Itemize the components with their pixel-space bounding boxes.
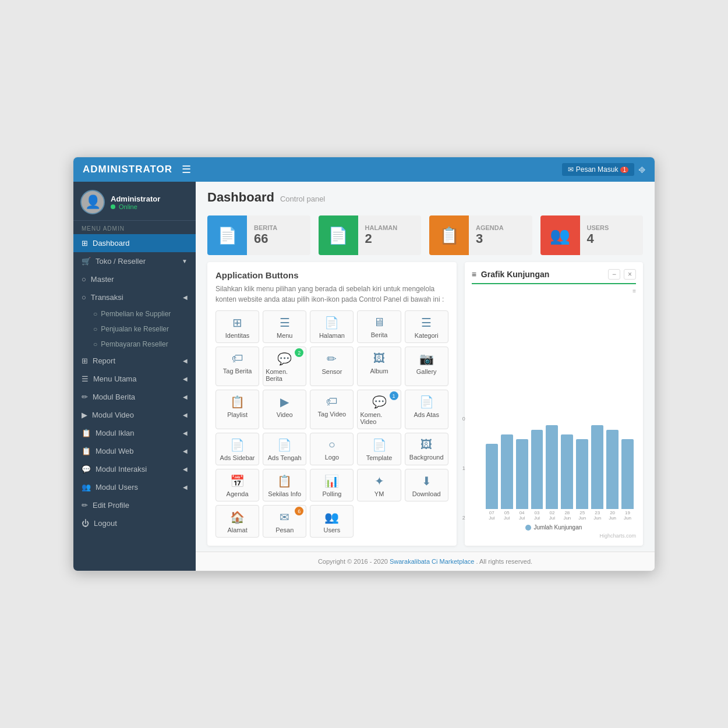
logo-icon: ○ — [328, 438, 335, 451]
app-btn-tag-video[interactable]: 🏷 Tag Video — [310, 390, 354, 429]
halaman-icon: 📄 — [319, 215, 358, 255]
polling-icon: 📊 — [324, 474, 339, 488]
grafik-minimize-button[interactable]: − — [608, 269, 620, 280]
sidebar-item-edit-profile[interactable]: ✏ Edit Profile — [73, 496, 196, 514]
users-icon: 👥 — [540, 215, 580, 255]
chart-bars — [483, 416, 636, 509]
hamburger-icon[interactable]: ☰ — [182, 163, 191, 176]
app-btn-komen-video[interactable]: 1 💬 Komen. Video — [357, 390, 401, 429]
users-btn-icon: 👥 — [324, 510, 339, 524]
sidebar-item-master[interactable]: ○ Master — [73, 270, 196, 288]
gallery-label: Gallery — [416, 368, 437, 375]
sidebar-item-modul-iklan[interactable]: 📋 Modul Iklan ◀ — [73, 424, 196, 442]
sidebar-item-modul-berita[interactable]: ✏ Modul Berita ◀ — [73, 388, 196, 406]
chevron-icon-transaksi: ◀ — [183, 294, 188, 301]
berita-label: BERITA — [254, 224, 277, 231]
stat-card-halaman[interactable]: 📄 HALAMAN 2 — [319, 215, 422, 255]
app-btn-alamat[interactable]: 🏠 Alamat — [215, 505, 259, 538]
users-btn-label: Users — [324, 526, 341, 533]
app-btn-ym[interactable]: ✦ YM — [357, 469, 401, 501]
sidebar: 👤 Administrator Online MENU ADMIN ⊞ Dash… — [73, 182, 196, 571]
sidebar-item-dashboard[interactable]: ⊞ Dashboard — [73, 234, 196, 252]
sidebar-item-modul-users[interactable]: 👥 Modul Users ◀ — [73, 478, 196, 496]
chevron-down-icon: ▼ — [182, 258, 188, 264]
sidebar-item-logout[interactable]: ⏻ Logout — [73, 514, 196, 532]
company-link[interactable]: Swarakalibata Ci Marketplace — [390, 558, 475, 565]
stat-card-users[interactable]: 👥 USERS 4 — [540, 215, 644, 255]
chart-bar — [486, 444, 498, 509]
app-btn-album[interactable]: 🖼 Album — [357, 347, 401, 386]
x-label: 07 Jul — [486, 510, 498, 521]
app-btn-tag-berita[interactable]: 🏷 Tag Berita — [215, 347, 259, 386]
app-btn-download[interactable]: ⬇ Download — [405, 469, 448, 501]
sidebar-item-modul-video[interactable]: ▶ Modul Video ◀ — [73, 406, 196, 424]
app-btn-template[interactable]: 📄 Template — [357, 433, 401, 465]
app-btn-ads-sidebar[interactable]: 📄 Ads Sidebar — [215, 433, 259, 465]
sidebar-sub-pembelian[interactable]: ○ Pembelian ke Supplier — [73, 306, 196, 321]
berita-icon: 📄 — [207, 215, 247, 255]
pesan-masuk-button[interactable]: ✉ Pesan Masuk 1 — [562, 163, 634, 176]
content: Dashboard Control panel 📄 BERITA 66 📄 HA… — [196, 182, 655, 571]
logout-top-icon[interactable]: ⎆ — [639, 164, 645, 176]
app-btn-ads-atas[interactable]: 📄 Ads Atas — [405, 390, 448, 429]
app-btn-kategori[interactable]: ☰ Kategori — [405, 310, 448, 343]
app-btn-pesan[interactable]: 6 ✉ Pesan — [263, 505, 306, 538]
agenda-icon: 📋 — [429, 215, 469, 255]
app-btn-ads-tengah[interactable]: 📄 Ads Tengah — [263, 433, 306, 465]
sidebar-sub-penjualan[interactable]: ○ Penjualan ke Reseller — [73, 321, 196, 337]
chevron-icon-users: ◀ — [183, 484, 188, 490]
pesan-btn-label: Pesan — [275, 526, 294, 533]
app-btn-agenda[interactable]: 📅 Agenda — [215, 469, 259, 501]
sidebar-item-transaksi[interactable]: ○ Transaksi ◀ — [73, 288, 196, 306]
chevron-icon-iklan: ◀ — [183, 430, 188, 436]
app-btn-logo[interactable]: ○ Logo — [310, 433, 354, 465]
sidebar-item-menu-utama[interactable]: ☰ Menu Utama ◀ — [73, 370, 196, 388]
users-info: USERS 4 — [580, 220, 616, 251]
y-label-1: 1 — [462, 465, 465, 471]
sidebar-item-modul-interaksi[interactable]: 💬 Modul Interaksi ◀ — [73, 460, 196, 478]
x-label: 23 Jun — [591, 510, 603, 521]
sekilas-info-icon: 📋 — [277, 474, 292, 488]
ads-atas-label: Ads Atas — [414, 411, 439, 418]
app-btn-berita[interactable]: 🖥 Berita — [357, 310, 401, 343]
app-btn-users[interactable]: 👥 Users — [310, 505, 354, 538]
app-btn-playlist[interactable]: 📋 Playlist — [215, 390, 259, 429]
legend-dot — [525, 525, 531, 531]
browser-window: ADMINISTRATOR ☰ ✉ Pesan Masuk 1 ⎆ 👤 Admi… — [73, 157, 655, 571]
stat-card-agenda[interactable]: 📋 AGENDA 3 — [429, 215, 532, 255]
app-btn-polling[interactable]: 📊 Polling — [310, 469, 354, 501]
app-btn-identitas[interactable]: ⊞ Identitas — [215, 310, 259, 343]
app-btn-background[interactable]: 🖼 Background — [405, 433, 448, 465]
stat-card-berita[interactable]: 📄 BERITA 66 — [207, 215, 310, 255]
app-btn-menu[interactable]: ☰ Menu — [263, 310, 306, 343]
sidebar-item-report[interactable]: ⊞ Report ◀ — [73, 352, 196, 370]
sidebar-item-toko-reseller[interactable]: 🛒 Toko / Reseller ▼ — [73, 252, 196, 270]
grafik-close-button[interactable]: × — [624, 269, 636, 280]
sidebar-item-modul-web[interactable]: 📋 Modul Web ◀ — [73, 442, 196, 460]
app-btn-sensor[interactable]: ✏ Sensor — [310, 347, 354, 386]
modul-users-left: 👥 Modul Users — [82, 483, 138, 492]
y-label-0: 0 — [462, 416, 465, 422]
tag-berita-label: Tag Berita — [223, 367, 252, 374]
app-btn-sekilas-info[interactable]: 📋 Sekilas Info — [263, 469, 306, 501]
menu-icon: ☰ — [280, 316, 290, 330]
app-btn-komen-berita[interactable]: 2 💬 Komen. Berita — [263, 347, 306, 386]
tag-berita-icon: 🏷 — [232, 352, 243, 365]
app-btn-gallery[interactable]: 📷 Gallery — [405, 347, 448, 386]
toko-reseller-left: 🛒 Toko / Reseller — [82, 257, 146, 266]
gallery-icon: 📷 — [419, 352, 434, 366]
x-label: 03 Jul — [531, 510, 543, 521]
logout-icon: ⏻ — [82, 519, 89, 528]
app-btn-halaman[interactable]: 📄 Halaman — [310, 310, 354, 343]
report-left: ⊞ Report — [82, 356, 115, 365]
agenda-value: 3 — [476, 231, 504, 246]
komen-video-icon: 💬 — [372, 395, 387, 409]
komen-berita-label: Komen. Berita — [266, 368, 303, 382]
app-btn-video[interactable]: ▶ Video — [263, 390, 306, 429]
sidebar-sub-pembayaran[interactable]: ○ Pembayaran Reseller — [73, 337, 196, 352]
chart-bar — [561, 434, 573, 509]
y-label-2: 2 — [462, 515, 465, 521]
agenda-label: AGENDA — [476, 224, 504, 231]
halaman-value: 2 — [365, 231, 398, 246]
halaman-btn-label: Halaman — [319, 332, 345, 339]
